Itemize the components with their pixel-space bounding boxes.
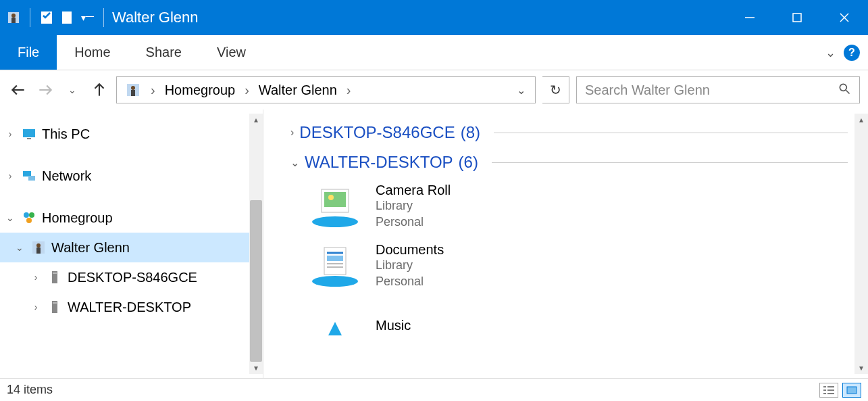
tree-desktop-2[interactable]: › WALTER-DESKTOP [0, 292, 263, 322]
computer-tower-icon [46, 268, 63, 286]
breadcrumb-separator-icon[interactable]: › [242, 82, 252, 98]
title-bar: ▾ Walter Glenn [0, 0, 868, 35]
tree-desktop-1[interactable]: › DESKTOP-S846GCE [0, 262, 263, 292]
network-icon [20, 167, 38, 185]
library-pictures-icon [308, 183, 362, 230]
back-button[interactable] [8, 80, 28, 100]
forward-button[interactable] [35, 80, 55, 100]
divider [494, 133, 848, 133]
content-scrollbar[interactable]: ▴ ▾ [854, 114, 868, 374]
group-desktop-2[interactable]: ⌄ WALTER-DESKTOP (6) [290, 153, 848, 172]
tree-label: Walter Glenn [51, 240, 130, 256]
breadcrumb-separator-icon[interactable]: › [344, 82, 354, 98]
search-icon[interactable] [838, 82, 851, 99]
scroll-down-icon[interactable]: ▾ [859, 362, 863, 374]
ribbon-collapse-icon[interactable]: ⌄ [825, 45, 836, 60]
body: › This PC › Network ⌄ Homegroup ⌄ [0, 110, 868, 378]
svg-rect-28 [53, 273, 57, 274]
collapse-icon[interactable]: ⌄ [4, 212, 16, 223]
tree-homegroup[interactable]: ⌄ Homegroup [0, 203, 263, 233]
svg-rect-38 [327, 256, 343, 261]
svg-rect-26 [36, 247, 41, 254]
computer-icon [20, 125, 38, 143]
expand-icon[interactable]: › [290, 126, 294, 139]
svg-rect-6 [793, 14, 801, 22]
minimize-button[interactable] [726, 0, 773, 35]
group-name: DESKTOP-S846GCE [299, 123, 455, 142]
ribbon-tab-file[interactable]: File [0, 35, 57, 70]
user-avatar-icon[interactable] [5, 9, 22, 26]
tree-label: DESKTOP-S846GCE [68, 270, 197, 285]
item-documents[interactable]: Documents Library Personal [308, 242, 848, 289]
ribbon-tab-share[interactable]: Share [128, 35, 199, 70]
nav-scrollbar[interactable]: ▴ ▾ [249, 114, 263, 374]
item-subtitle: Library [376, 198, 451, 214]
expand-icon[interactable]: › [4, 170, 16, 181]
ribbon-tab-home[interactable]: Home [57, 35, 128, 70]
scroll-up-icon[interactable]: ▴ [254, 114, 258, 126]
scroll-up-icon[interactable]: ▴ [859, 114, 863, 126]
item-music[interactable]: Music [308, 302, 848, 349]
ribbon: File Home Share View ⌄ ? [0, 35, 868, 70]
address-history-dropdown-icon[interactable]: ⌄ [511, 84, 531, 97]
tree-network[interactable]: › Network [0, 161, 263, 191]
expand-icon[interactable]: › [30, 302, 42, 312]
address-bar[interactable]: › Homegroup › Walter Glenn › ⌄ [116, 76, 536, 103]
tree-label: This PC [42, 126, 90, 142]
navigation-pane: › This PC › Network ⌄ Homegroup ⌄ [0, 110, 263, 378]
expand-icon[interactable]: › [4, 128, 16, 139]
library-documents-icon [308, 242, 362, 289]
recent-locations-button[interactable]: ⌄ [62, 80, 82, 100]
svg-point-31 [312, 216, 358, 227]
group-desktop-1[interactable]: › DESKTOP-S846GCE (8) [290, 123, 848, 142]
maximize-button[interactable] [773, 0, 821, 35]
view-thumbnails-button[interactable] [842, 383, 861, 398]
computer-tower-icon [46, 298, 63, 316]
library-music-icon [308, 302, 362, 349]
properties-icon[interactable] [39, 9, 55, 26]
svg-rect-48 [847, 387, 857, 394]
user-avatar-icon [30, 239, 47, 256]
svg-point-15 [840, 84, 846, 91]
view-details-button[interactable] [819, 383, 838, 398]
breadcrumb-walter[interactable]: Walter Glenn [255, 81, 341, 99]
svg-point-13 [131, 86, 135, 90]
ribbon-tab-view[interactable]: View [199, 35, 263, 70]
tree-walter-glenn[interactable]: ⌄ Walter Glenn [0, 233, 263, 262]
item-title: Camera Roll [376, 183, 451, 198]
search-placeholder: Search Walter Glenn [585, 82, 838, 98]
svg-point-35 [312, 276, 358, 287]
svg-point-25 [36, 243, 41, 247]
svg-rect-19 [23, 171, 31, 176]
item-camera-roll[interactable]: Camera Roll Library Personal [308, 183, 848, 230]
collapse-icon[interactable]: ⌄ [14, 242, 26, 253]
svg-line-16 [846, 90, 850, 93]
tree-this-pc[interactable]: › This PC [0, 119, 263, 149]
up-button[interactable] [89, 80, 109, 100]
scroll-thumb[interactable] [250, 200, 262, 362]
new-document-icon[interactable] [59, 9, 75, 26]
refresh-button[interactable]: ↻ [542, 76, 569, 103]
group-count: (8) [461, 123, 480, 142]
homegroup-icon [20, 209, 38, 227]
tree-label: Homegroup [42, 210, 113, 226]
svg-rect-4 [62, 11, 72, 24]
expand-icon[interactable]: › [30, 272, 42, 283]
help-icon[interactable]: ? [844, 45, 860, 61]
scroll-down-icon[interactable]: ▾ [254, 362, 258, 374]
breadcrumb-homegroup[interactable]: Homegroup [161, 81, 240, 99]
collapse-icon[interactable]: ⌄ [290, 156, 299, 169]
breadcrumb-separator-icon[interactable]: › [148, 82, 158, 98]
svg-rect-20 [28, 176, 35, 181]
close-button[interactable] [821, 0, 868, 35]
item-title: Music [376, 318, 411, 333]
item-title: Documents [376, 242, 444, 258]
qat-dropdown-icon[interactable]: ▾ [79, 9, 95, 26]
tree-label: WALTER-DESKTOP [68, 300, 191, 315]
group-count: (6) [459, 153, 478, 172]
item-subtitle: Personal [376, 274, 444, 289]
address-location-icon[interactable] [121, 80, 145, 99]
search-box[interactable]: Search Walter Glenn [576, 76, 860, 103]
content-pane: › DESKTOP-S846GCE (8) ⌄ WALTER-DESKTOP (… [263, 110, 868, 378]
navigation-row: ⌄ › Homegroup › Walter Glenn › ⌄ ↻ Searc… [0, 70, 868, 110]
